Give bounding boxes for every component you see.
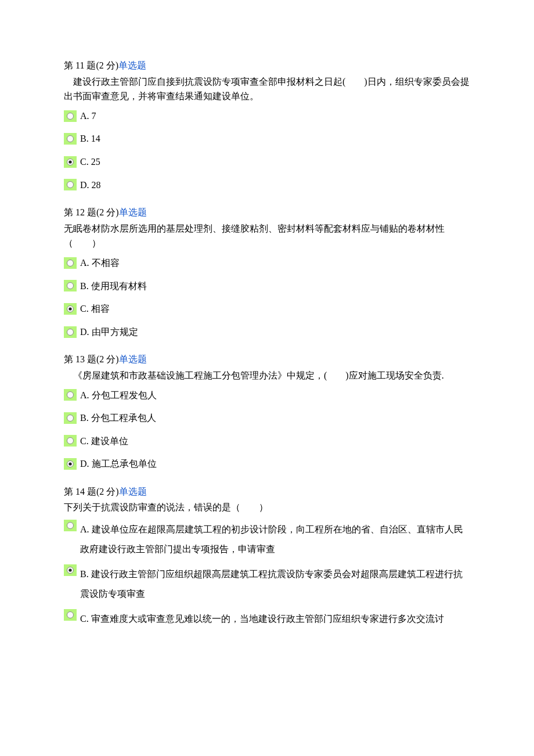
option-label: D. 由甲方规定	[80, 325, 138, 340]
option-label: B. 14	[80, 131, 100, 146]
question-header: 第 12 题(2 分)单选题	[64, 205, 470, 220]
radio-icon[interactable]	[64, 303, 77, 315]
option-c[interactable]: C. 审查难度大或审查意见难以统一的，当地建设行政主管部门应组织专家进行多次交流…	[64, 609, 470, 629]
question-header: 第 13 题(2 分)单选题	[64, 352, 470, 367]
question-body: 《房屋建筑和市政基础设施工程施工分包管理办法》中规定，( )应对施工现场安全负责…	[64, 368, 470, 383]
radio-icon[interactable]	[64, 458, 77, 470]
question-number: 第 14 题(2 分)	[64, 487, 119, 496]
option-label: A. 7	[80, 109, 96, 124]
question-body: 下列关于抗震设防审查的说法，错误的是（ ）	[64, 500, 470, 515]
radio-icon[interactable]	[64, 326, 77, 338]
question-11: 第 11 题(2 分)单选题 建设行政主管部门应自接到抗震设防专项审查全部申报材…	[64, 58, 470, 192]
question-header: 第 11 题(2 分)单选题	[64, 58, 470, 73]
radio-icon[interactable]	[64, 412, 77, 424]
option-b[interactable]: B. 14	[64, 131, 470, 146]
option-c[interactable]: C. 建设单位	[64, 434, 470, 449]
option-d[interactable]: D. 施工总承包单位	[64, 456, 470, 471]
question-body: 建设行政主管部门应自接到抗震设防专项审查全部申报材料之日起( )日内，组织专家委…	[64, 74, 470, 104]
option-a[interactable]: A. 建设单位应在超限高层建筑工程的初步设计阶段，向工程所在地的省、自治区、直辖…	[64, 520, 470, 559]
svg-point-0	[67, 113, 74, 119]
radio-icon[interactable]	[64, 156, 77, 168]
svg-point-15	[67, 523, 74, 529]
option-label: D. 施工总承包单位	[80, 456, 157, 471]
option-d[interactable]: D. 28	[64, 178, 470, 193]
question-body: 无眠卷材防水层所选用的基层处理剂、接缝胶粘剂、密封材料等配套材料应与铺贴的卷材材…	[64, 221, 470, 251]
option-label: C. 25	[80, 154, 100, 170]
option-label: C. 相容	[80, 301, 110, 316]
question-type-link[interactable]: 单选题	[119, 487, 147, 496]
svg-point-8	[68, 307, 71, 310]
svg-point-10	[67, 392, 74, 398]
option-label: D. 28	[80, 178, 101, 193]
option-a[interactable]: A. 不相容	[64, 255, 470, 271]
option-label: C. 审查难度大或审查意见难以统一的，当地建设行政主管部门应组织专家进行多次交流…	[80, 609, 444, 629]
question-number: 第 13 题(2 分)	[64, 354, 119, 364]
option-b[interactable]: B. 使用现有材料	[64, 279, 470, 294]
svg-point-4	[67, 182, 74, 188]
option-c[interactable]: C. 相容	[64, 301, 470, 316]
svg-point-9	[67, 329, 74, 335]
svg-point-12	[67, 438, 74, 444]
question-header: 第 14 题(2 分)单选题	[64, 484, 470, 499]
question-type-link[interactable]: 单选题	[119, 207, 147, 217]
radio-icon[interactable]	[64, 257, 77, 269]
radio-icon[interactable]	[64, 133, 77, 145]
svg-point-14	[68, 462, 71, 465]
radio-icon[interactable]	[64, 179, 77, 190]
svg-point-17	[68, 569, 71, 572]
radio-icon[interactable]	[64, 520, 77, 531]
option-b[interactable]: B. 建设行政主管部门应组织超限高层建筑工程抗震设防专家委员会对超限高层建筑工程…	[64, 564, 470, 603]
question-13: 第 13 题(2 分)单选题 《房屋建筑和市政基础设施工程施工分包管理办法》中规…	[64, 352, 470, 471]
question-12: 第 12 题(2 分)单选题 无眠卷材防水层所选用的基层处理剂、接缝胶粘剂、密封…	[64, 205, 470, 339]
option-label: B. 分包工程承包人	[80, 411, 156, 426]
question-14: 第 14 题(2 分)单选题 下列关于抗震设防审查的说法，错误的是（ ） A. …	[64, 484, 470, 629]
question-type-link[interactable]: 单选题	[119, 354, 147, 364]
svg-point-5	[67, 260, 74, 266]
radio-icon[interactable]	[64, 435, 77, 447]
option-b[interactable]: B. 分包工程承包人	[64, 411, 470, 426]
radio-icon[interactable]	[64, 280, 77, 291]
radio-icon[interactable]	[64, 564, 77, 576]
option-d[interactable]: D. 由甲方规定	[64, 325, 470, 340]
option-label: A. 分包工程发包人	[80, 388, 157, 403]
svg-point-11	[67, 415, 74, 421]
question-number: 第 11 题(2 分)	[64, 60, 118, 70]
question-type-link[interactable]: 单选题	[118, 60, 146, 70]
radio-icon[interactable]	[64, 110, 77, 122]
option-label: C. 建设单位	[80, 434, 128, 449]
option-label: A. 不相容	[80, 255, 120, 271]
option-a[interactable]: A. 分包工程发包人	[64, 388, 470, 403]
svg-point-6	[67, 283, 74, 289]
radio-icon[interactable]	[64, 609, 77, 621]
question-number: 第 12 题(2 分)	[64, 207, 119, 217]
option-label: A. 建设单位应在超限高层建筑工程的初步设计阶段，向工程所在地的省、自治区、直辖…	[80, 520, 470, 559]
radio-icon[interactable]	[64, 389, 77, 401]
option-c[interactable]: C. 25	[64, 154, 470, 170]
svg-point-3	[68, 160, 71, 163]
option-a[interactable]: A. 7	[64, 109, 470, 124]
option-label: B. 使用现有材料	[80, 279, 147, 294]
svg-point-18	[67, 612, 74, 618]
option-label: B. 建设行政主管部门应组织超限高层建筑工程抗震设防专家委员会对超限高层建筑工程…	[80, 564, 470, 603]
svg-point-1	[67, 136, 74, 142]
